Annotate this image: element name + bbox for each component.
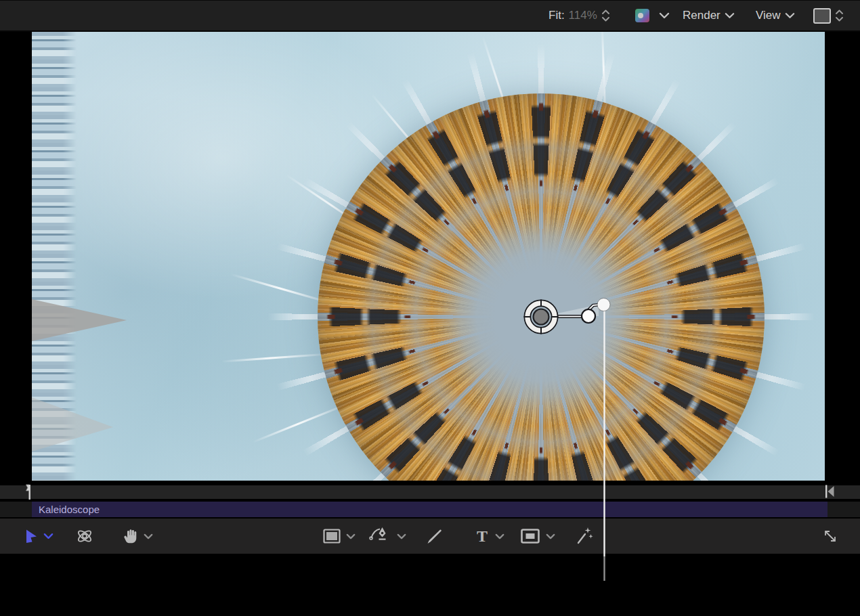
fit-label: Fit: (549, 9, 565, 22)
view-label: View (756, 9, 781, 22)
render-label: Render (683, 9, 721, 22)
render-menu[interactable]: Render (683, 1, 735, 30)
display-output-control[interactable] (813, 1, 844, 30)
channel-display-control[interactable] (635, 1, 670, 30)
select-tool-dropdown[interactable] (43, 519, 53, 554)
play-range-start-marker-icon[interactable] (20, 483, 37, 501)
chevron-down-icon (397, 533, 406, 540)
pan-tool-dropdown[interactable] (144, 519, 153, 554)
magic-wand-icon (574, 526, 595, 546)
view-menu[interactable]: View (756, 1, 795, 30)
paint-stroke-tool[interactable] (424, 519, 444, 554)
timeline-track: Kaleidoscope (0, 502, 860, 517)
select-transform-tool[interactable] (23, 519, 39, 554)
orbit-atom-icon (74, 526, 95, 546)
expand-canvas-button[interactable] (821, 519, 840, 554)
filter-bar-label: Kaleidoscope (32, 504, 100, 515)
chevron-down-icon (785, 12, 795, 19)
svg-text:T: T (477, 527, 488, 545)
chevron-down-icon (346, 533, 356, 540)
zoom-level-control[interactable]: Fit: 114% (549, 1, 610, 30)
tools-toolbar: T (0, 519, 860, 555)
chevron-down-icon (495, 533, 504, 540)
display-icon (813, 8, 831, 24)
rectangle-tool-dropdown[interactable] (346, 519, 356, 554)
rectangle-icon (322, 528, 341, 544)
zoom-value: 114% (569, 9, 597, 22)
chevron-down-icon (144, 533, 153, 540)
bezier-tool[interactable] (368, 519, 390, 554)
chevron-down-icon (546, 533, 555, 540)
bezier-tool-dropdown[interactable] (397, 519, 406, 554)
canvas-toolbar: Fit: 114% Render View (0, 0, 860, 32)
rounded-rect-mask-icon (520, 528, 540, 544)
cursor-arrow-icon (23, 527, 39, 545)
3d-transform-tool[interactable] (74, 519, 95, 554)
text-T-icon: T (474, 527, 490, 545)
pan-zoom-tool[interactable] (123, 519, 141, 554)
mask-tool[interactable] (520, 519, 540, 554)
hand-icon (123, 527, 141, 545)
pen-nib-icon (368, 526, 390, 546)
expand-diagonal-arrows-icon (821, 527, 840, 546)
paintbrush-icon (424, 526, 444, 546)
text-tool-dropdown[interactable] (495, 519, 504, 554)
adjust-effects-tool[interactable] (574, 519, 595, 554)
text-tool[interactable]: T (474, 519, 490, 554)
timeline-end-marker-icon[interactable] (823, 484, 837, 499)
mini-timeline-ruler[interactable] (0, 483, 860, 500)
mask-tool-dropdown[interactable] (546, 519, 555, 554)
rectangle-tool[interactable] (322, 519, 341, 554)
zoom-stepper-icon[interactable] (601, 9, 610, 22)
chevron-down-icon (725, 12, 735, 19)
display-stepper-icon (835, 9, 844, 22)
canvas-viewport[interactable] (32, 32, 825, 481)
chevron-down-icon (659, 12, 670, 19)
kaleidoscope-filter-bar[interactable]: Kaleidoscope (32, 502, 827, 517)
gray-wedge-artifact (32, 299, 127, 341)
chevron-down-icon (43, 533, 53, 540)
color-channels-swatch-icon (635, 9, 649, 22)
